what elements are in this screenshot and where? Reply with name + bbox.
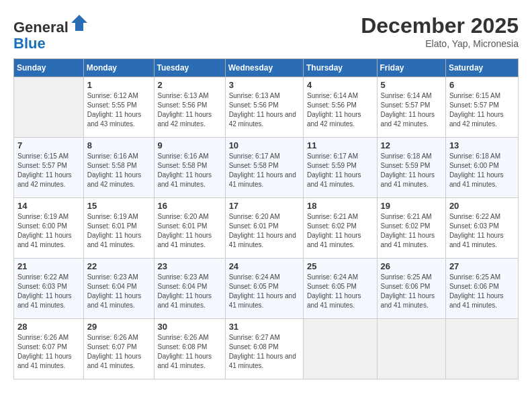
day-info: Sunrise: 6:16 AMSunset: 5:58 PMDaylight:… [158,152,222,189]
calendar-cell: 31Sunrise: 6:27 AMSunset: 6:08 PMDayligh… [225,319,303,379]
column-header-friday: Friday [377,59,445,77]
day-info: Sunrise: 6:26 AMSunset: 6:07 PMDaylight:… [87,333,150,371]
calendar-cell: 2Sunrise: 6:13 AMSunset: 5:56 PMDaylight… [154,77,225,138]
day-number: 31 [229,322,300,332]
day-number: 27 [449,261,515,271]
calendar-cell: 17Sunrise: 6:20 AMSunset: 6:01 PMDayligh… [225,198,303,259]
day-info: Sunrise: 6:14 AMSunset: 5:56 PMDaylight:… [307,91,373,129]
calendar-cell: 23Sunrise: 6:23 AMSunset: 6:04 PMDayligh… [154,259,225,319]
column-header-thursday: Thursday [303,59,377,77]
day-info: Sunrise: 6:24 AMSunset: 6:05 PMDaylight:… [229,273,300,310]
day-info: Sunrise: 6:19 AMSunset: 6:00 PMDaylight:… [17,212,80,250]
calendar-cell: 29Sunrise: 6:26 AMSunset: 6:07 PMDayligh… [83,319,154,379]
calendar-cell: 27Sunrise: 6:25 AMSunset: 6:06 PMDayligh… [445,259,518,319]
day-number: 28 [17,322,80,332]
day-info: Sunrise: 6:24 AMSunset: 6:05 PMDaylight:… [307,273,373,310]
day-info: Sunrise: 6:23 AMSunset: 6:04 PMDaylight:… [87,273,150,310]
day-number: 13 [449,140,515,150]
calendar-cell: 22Sunrise: 6:23 AMSunset: 6:04 PMDayligh… [83,259,154,319]
calendar-cell: 19Sunrise: 6:21 AMSunset: 6:02 PMDayligh… [377,198,445,259]
calendar-cell: 5Sunrise: 6:14 AMSunset: 5:57 PMDaylight… [377,77,445,138]
column-header-sunday: Sunday [14,59,84,77]
calendar-table: SundayMondayTuesdayWednesdayThursdayFrid… [13,58,519,379]
day-info: Sunrise: 6:25 AMSunset: 6:06 PMDaylight:… [381,273,442,310]
logo-general-text: General [13,19,69,36]
day-number: 11 [307,140,373,150]
day-info: Sunrise: 6:18 AMSunset: 6:00 PMDaylight:… [449,152,515,189]
day-info: Sunrise: 6:20 AMSunset: 6:01 PMDaylight:… [158,212,222,250]
calendar-week-2: 7Sunrise: 6:15 AMSunset: 5:57 PMDaylight… [14,138,519,198]
day-info: Sunrise: 6:14 AMSunset: 5:57 PMDaylight:… [381,91,442,129]
day-number: 22 [87,261,150,271]
day-number: 3 [229,80,300,90]
calendar-cell [377,319,445,379]
day-info: Sunrise: 6:22 AMSunset: 6:03 PMDaylight:… [449,212,515,250]
day-info: Sunrise: 6:27 AMSunset: 6:08 PMDaylight:… [229,333,300,371]
calendar-week-1: 1Sunrise: 6:12 AMSunset: 5:55 PMDaylight… [14,77,519,138]
day-info: Sunrise: 6:26 AMSunset: 6:08 PMDaylight:… [158,333,222,371]
calendar-cell: 3Sunrise: 6:13 AMSunset: 5:56 PMDaylight… [225,77,303,138]
day-number: 24 [229,261,300,271]
calendar-cell: 20Sunrise: 6:22 AMSunset: 6:03 PMDayligh… [445,198,518,259]
logo: General Blue [13,13,89,52]
calendar-cell: 15Sunrise: 6:19 AMSunset: 6:01 PMDayligh… [83,198,154,259]
column-header-monday: Monday [83,59,154,77]
day-info: Sunrise: 6:12 AMSunset: 5:55 PMDaylight:… [87,91,150,129]
day-info: Sunrise: 6:13 AMSunset: 5:56 PMDaylight:… [229,91,300,129]
day-info: Sunrise: 6:17 AMSunset: 5:58 PMDaylight:… [229,152,300,189]
day-number: 8 [87,140,150,150]
day-number: 10 [229,140,300,150]
day-number: 1 [87,80,150,90]
day-number: 2 [158,80,222,90]
day-number: 9 [158,140,222,150]
month-title: December 2025 [361,13,519,38]
title-block: December 2025 Elato, Yap, Micronesia [361,13,519,49]
calendar-cell: 1Sunrise: 6:12 AMSunset: 5:55 PMDaylight… [83,77,154,138]
day-info: Sunrise: 6:25 AMSunset: 6:06 PMDaylight:… [449,273,515,310]
logo-blue-text: Blue [13,35,46,52]
calendar-cell: 24Sunrise: 6:24 AMSunset: 6:05 PMDayligh… [225,259,303,319]
day-info: Sunrise: 6:26 AMSunset: 6:07 PMDaylight:… [17,333,80,371]
location: Elato, Yap, Micronesia [361,38,519,49]
day-number: 17 [229,201,300,211]
day-info: Sunrise: 6:18 AMSunset: 5:59 PMDaylight:… [381,152,442,189]
page-header: General Blue December 2025 Elato, Yap, M… [13,13,519,52]
logo-icon [70,13,89,32]
calendar-cell: 8Sunrise: 6:16 AMSunset: 5:58 PMDaylight… [83,138,154,198]
calendar-cell: 4Sunrise: 6:14 AMSunset: 5:56 PMDaylight… [303,77,377,138]
day-number: 14 [17,201,80,211]
calendar-cell [303,319,377,379]
day-info: Sunrise: 6:16 AMSunset: 5:58 PMDaylight:… [87,152,150,189]
day-number: 6 [449,80,515,90]
calendar-cell: 16Sunrise: 6:20 AMSunset: 6:01 PMDayligh… [154,198,225,259]
day-number: 29 [87,322,150,332]
column-header-tuesday: Tuesday [154,59,225,77]
calendar-week-3: 14Sunrise: 6:19 AMSunset: 6:00 PMDayligh… [14,198,519,259]
calendar-cell: 14Sunrise: 6:19 AMSunset: 6:00 PMDayligh… [14,198,84,259]
calendar-cell: 26Sunrise: 6:25 AMSunset: 6:06 PMDayligh… [377,259,445,319]
day-info: Sunrise: 6:23 AMSunset: 6:04 PMDaylight:… [158,273,222,310]
day-number: 7 [17,140,80,150]
calendar-cell: 13Sunrise: 6:18 AMSunset: 6:00 PMDayligh… [445,138,518,198]
day-info: Sunrise: 6:22 AMSunset: 6:03 PMDaylight:… [17,273,80,310]
calendar-week-5: 28Sunrise: 6:26 AMSunset: 6:07 PMDayligh… [14,319,519,379]
day-number: 26 [381,261,442,271]
day-number: 5 [381,80,442,90]
day-number: 19 [381,201,442,211]
calendar-cell: 12Sunrise: 6:18 AMSunset: 5:59 PMDayligh… [377,138,445,198]
day-number: 25 [307,261,373,271]
calendar-cell: 25Sunrise: 6:24 AMSunset: 6:05 PMDayligh… [303,259,377,319]
column-header-wednesday: Wednesday [225,59,303,77]
calendar-cell: 30Sunrise: 6:26 AMSunset: 6:08 PMDayligh… [154,319,225,379]
calendar-cell: 28Sunrise: 6:26 AMSunset: 6:07 PMDayligh… [14,319,84,379]
calendar-cell: 7Sunrise: 6:15 AMSunset: 5:57 PMDaylight… [14,138,84,198]
day-number: 23 [158,261,222,271]
calendar-cell: 11Sunrise: 6:17 AMSunset: 5:59 PMDayligh… [303,138,377,198]
day-info: Sunrise: 6:21 AMSunset: 6:02 PMDaylight:… [381,212,442,250]
day-number: 4 [307,80,373,90]
calendar-header-row: SundayMondayTuesdayWednesdayThursdayFrid… [14,59,519,77]
day-number: 15 [87,201,150,211]
day-info: Sunrise: 6:20 AMSunset: 6:01 PMDaylight:… [229,212,300,250]
calendar-cell: 21Sunrise: 6:22 AMSunset: 6:03 PMDayligh… [14,259,84,319]
calendar-cell: 9Sunrise: 6:16 AMSunset: 5:58 PMDaylight… [154,138,225,198]
